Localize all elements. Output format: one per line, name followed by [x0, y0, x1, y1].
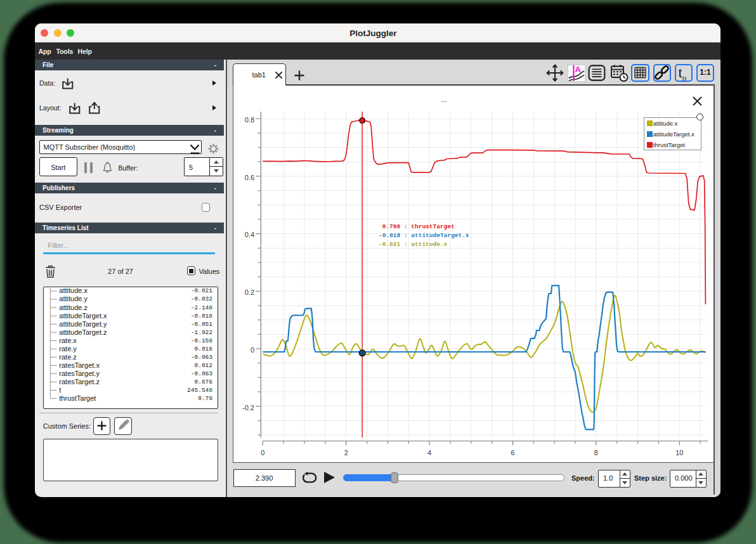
- svg-text:6: 6: [511, 449, 514, 457]
- svg-text:0: 0: [251, 346, 254, 354]
- svg-text:0.8: 0.8: [245, 116, 254, 124]
- svg-text:10: 10: [675, 449, 683, 457]
- svg-text:0.6: 0.6: [245, 174, 254, 181]
- svg-text:0.4: 0.4: [245, 231, 254, 238]
- svg-text:4: 4: [427, 449, 431, 457]
- svg-text:8: 8: [594, 449, 598, 457]
- svg-text:A: A: [575, 65, 582, 74]
- svg-text:0.2: 0.2: [245, 288, 254, 296]
- svg-text:0: 0: [261, 449, 264, 457]
- svg-text:2: 2: [344, 449, 348, 457]
- svg-text:-0.2: -0.2: [242, 404, 254, 411]
